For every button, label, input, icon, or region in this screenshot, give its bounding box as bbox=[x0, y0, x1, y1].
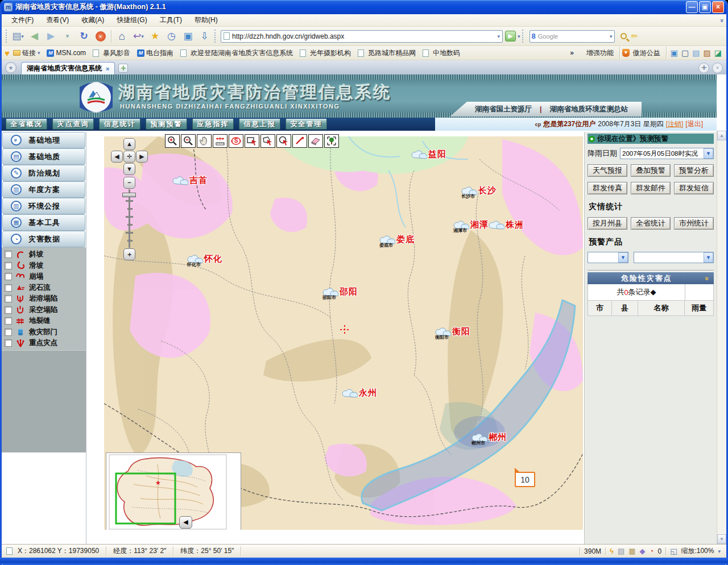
eraser-tool[interactable] bbox=[308, 134, 323, 148]
zoom-minus-button[interactable]: − bbox=[123, 177, 135, 189]
url-text[interactable]: http://dzzh.hndh.gov.cn/gridweb.aspx bbox=[232, 32, 497, 40]
nav-tab-emergency[interactable]: 应急指挥 bbox=[192, 119, 234, 130]
bookmark-item[interactable]: 暴风影音 bbox=[93, 48, 130, 58]
scroll-down-icon[interactable]: ▼ bbox=[717, 534, 726, 544]
zoom-level[interactable]: 缩放:100% bbox=[681, 546, 714, 556]
forward-button[interactable]: ▶ bbox=[43, 28, 59, 44]
history-dropdown-icon[interactable]: ▾ bbox=[60, 28, 75, 44]
city-marker[interactable]: 娄底市娄底 bbox=[378, 234, 415, 245]
rain-date-select[interactable]: 2007年05月05日08时实况 ▼ bbox=[620, 148, 714, 159]
download-button[interactable]: ⇩ bbox=[197, 28, 212, 44]
pan-right-button[interactable]: ▶ bbox=[136, 151, 148, 163]
checkbox[interactable] bbox=[5, 295, 12, 302]
sidebar-item-basic-tools[interactable]: ▦基本工具 bbox=[2, 214, 85, 231]
menu-file[interactable]: 文件(F) bbox=[5, 14, 40, 26]
star-icon[interactable]: ★ bbox=[5, 62, 16, 73]
rect-select-tool[interactable] bbox=[245, 134, 259, 148]
plus-features-link[interactable]: 增强功能 bbox=[586, 48, 614, 58]
window-icon[interactable]: ▢ bbox=[681, 48, 689, 57]
pan-left-button[interactable]: ◀ bbox=[111, 151, 123, 163]
measure-distance-tool[interactable]: ? bbox=[213, 134, 228, 148]
home-button[interactable]: ⌂ bbox=[114, 28, 130, 44]
notes-icon[interactable]: ▤ bbox=[692, 48, 700, 57]
tab-manager-button[interactable]: ▣ bbox=[180, 28, 196, 44]
link-land-resources[interactable]: 湖南省国土资源厅 bbox=[475, 105, 532, 114]
pan-down-button[interactable]: ▼ bbox=[123, 163, 135, 175]
danger-points-header[interactable]: 危险性灾害点 » bbox=[588, 272, 714, 284]
address-bar[interactable]: http://dzzh.hndh.gov.cn/gridweb.aspx ▾ bbox=[221, 30, 503, 43]
exit-link[interactable]: [退出] bbox=[685, 119, 703, 129]
settings-wrench-button[interactable]: ✚ bbox=[698, 63, 709, 73]
menu-view[interactable]: 查看(V) bbox=[40, 14, 75, 26]
boost-lightning-icon[interactable]: ϟ bbox=[610, 547, 614, 555]
sidebar-item-disaster-data[interactable]: ◔灾害数据 bbox=[2, 231, 85, 247]
search-dropdown-icon[interactable]: ▾ bbox=[610, 34, 613, 39]
mass-fax-button[interactable]: 群发传真 bbox=[588, 182, 627, 194]
checkbox[interactable] bbox=[5, 306, 12, 314]
stop-button[interactable]: × bbox=[93, 28, 108, 44]
mass-email-button[interactable]: 群发邮件 bbox=[631, 182, 671, 194]
filter-icon[interactable]: ▦ bbox=[628, 547, 635, 555]
bookmark-item[interactable]: M电台指南 bbox=[137, 48, 173, 58]
checkbox[interactable] bbox=[5, 273, 12, 280]
dropdown-arrow-icon[interactable]: ▼ bbox=[618, 252, 628, 263]
sidebar-item-env-bulletin[interactable]: ▥环境公报 bbox=[2, 198, 85, 214]
city-marker[interactable]: 长沙市长沙 bbox=[460, 185, 497, 196]
search-box[interactable]: 8 Google ▾ bbox=[530, 30, 615, 43]
rainfall-flag[interactable]: 10 bbox=[515, 472, 535, 487]
undo-button[interactable]: ↩▾ bbox=[131, 28, 146, 44]
popup-blocker-icon[interactable]: ▤ bbox=[618, 547, 624, 555]
notepad-icon[interactable]: ◆ bbox=[640, 547, 646, 555]
legend-tool[interactable] bbox=[324, 134, 339, 148]
computer-icon[interactable]: ▣ bbox=[671, 48, 678, 57]
menu-help[interactable]: 帮助(H) bbox=[188, 14, 224, 26]
checkbox[interactable] bbox=[5, 262, 12, 269]
resize-icon[interactable]: ◱ bbox=[670, 547, 677, 555]
city-marker[interactable]: 永州 bbox=[341, 388, 377, 398]
minimap-collapse-button[interactable]: ◀ bbox=[179, 516, 192, 529]
province-stats-button[interactable]: 全省统计 bbox=[631, 217, 671, 230]
sidebar-item-base-geography[interactable]: »基础地理 bbox=[2, 132, 85, 148]
zoom-plus-button[interactable]: ＋ bbox=[123, 248, 135, 260]
go-button[interactable]: ▶ bbox=[505, 31, 516, 41]
nav-tab-query[interactable]: 灾点查询 bbox=[52, 119, 94, 130]
minimize-button[interactable]: — bbox=[686, 1, 698, 13]
map-view[interactable]: ▲ ◀ ✛ ▶ ▼ − ＋ 吉首 益阳 bbox=[104, 136, 583, 530]
menu-groups[interactable]: 快捷组(G) bbox=[110, 14, 153, 26]
checkbox[interactable] bbox=[5, 317, 12, 325]
sidebar-item-annual-plan[interactable]: ▥年度方案 bbox=[2, 181, 85, 198]
link-geo-monitor[interactable]: 湖南省地质环境监测总站 bbox=[550, 105, 628, 114]
pan-tool[interactable] bbox=[197, 134, 212, 148]
url-dropdown-icon[interactable]: ▾ bbox=[497, 34, 500, 39]
charity-link[interactable]: 傲游公益 bbox=[633, 48, 660, 58]
highlighter-icon[interactable]: ✏ bbox=[631, 31, 639, 41]
city-stats-button[interactable]: 市州统计 bbox=[674, 217, 714, 230]
sidebar-item-prevention-plan[interactable]: ✎防治规划 bbox=[2, 165, 85, 181]
dropdown-arrow-icon[interactable]: ▼ bbox=[704, 148, 713, 159]
menu-tools[interactable]: 工具(T) bbox=[154, 14, 188, 26]
search-go-icon[interactable] bbox=[621, 33, 627, 39]
zoom-slider-track[interactable] bbox=[129, 189, 130, 248]
bookmarks-overflow-icon[interactable]: » bbox=[570, 49, 574, 57]
bookmark-item[interactable]: 觅路城市精品网 bbox=[358, 48, 416, 58]
redline-tool[interactable] bbox=[292, 134, 307, 148]
page-scrollbar[interactable]: ▲ ▼ bbox=[717, 131, 726, 544]
bookmark-links-folder[interactable]: 链接▾ bbox=[13, 48, 40, 58]
nav-tab-overview[interactable]: 全省概况 bbox=[6, 119, 47, 130]
favorites-icon[interactable]: ♥ bbox=[5, 48, 10, 58]
blocked-count-icon[interactable]: ◔ bbox=[650, 547, 654, 555]
monthly-county-button[interactable]: 按月州县 bbox=[588, 217, 627, 230]
bookmark-item[interactable]: 中地数码 bbox=[423, 48, 460, 58]
dropdown-arrow-icon[interactable]: ▼ bbox=[704, 252, 713, 263]
package-icon[interactable]: ◪ bbox=[714, 48, 722, 57]
mass-sms-button[interactable]: 群发短信 bbox=[674, 182, 714, 194]
city-marker[interactable]: 邵阳市邵阳 bbox=[321, 286, 358, 297]
city-marker[interactable]: 衡阳市衡阳 bbox=[434, 326, 470, 337]
logout-link[interactable]: [注销] bbox=[666, 119, 684, 129]
checkbox[interactable] bbox=[5, 251, 12, 258]
zoom-slider-handle[interactable] bbox=[122, 193, 136, 197]
scale-tool[interactable]: S bbox=[229, 134, 243, 148]
history-clock-button[interactable]: ◷ bbox=[164, 28, 179, 44]
close-all-button[interactable]: × bbox=[712, 63, 723, 73]
restore-button[interactable]: ▣ bbox=[699, 1, 711, 13]
